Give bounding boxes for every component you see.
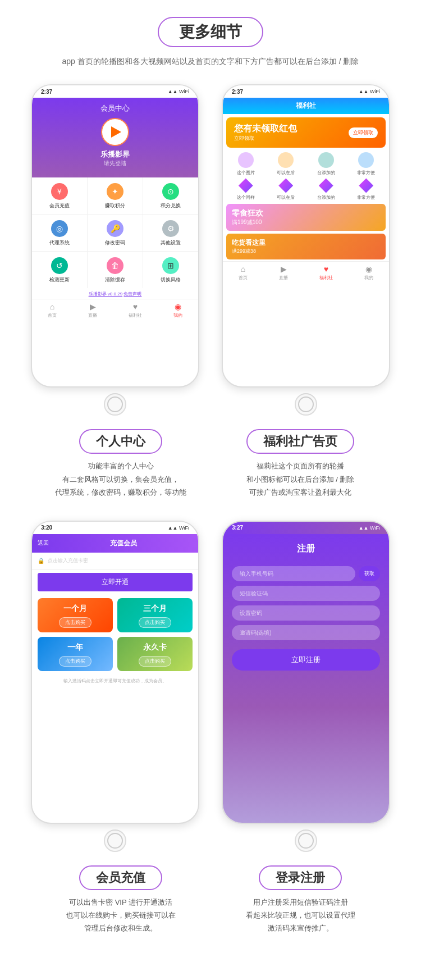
nav-live-right[interactable]: ▶ 直播 — [279, 265, 288, 281]
welfare-banner-sub: 立即领取 — [234, 135, 297, 142]
grid-item-clear[interactable]: 🗑 清除缓存 — [88, 252, 143, 288]
grid-label-password: 修改密码 — [105, 239, 125, 247]
plan-name-permanent: 永久卡 — [143, 642, 167, 653]
phone-member-center: 2:37 ▲▲ WiFi 会员中心 乐播影界 请先登陆 ¥ — [25, 84, 205, 416]
feature-box-login: 登录注册 用户注册采用短信验证码注册 看起来比较正规，也可以设置代理 激活码来宣… — [216, 865, 385, 935]
feature-desc-personal: 功能丰富的个人中心 有二套风格可以切换，集会员充值， 代理系统，修改密码，赚取积… — [36, 459, 205, 499]
register-submit-btn[interactable]: 立即注册 — [232, 649, 380, 671]
member-login-hint: 请先登陆 — [104, 159, 126, 167]
welfare-banner-btn[interactable]: 立即领取 — [349, 127, 378, 138]
welfare-icon-left: ♥ — [133, 302, 138, 311]
plan-btn-one-year[interactable]: 点击购买 — [59, 656, 91, 667]
welfare-diamond-3[interactable]: 台添加的 — [306, 178, 346, 200]
disclaimer-link[interactable]: 免责声明 — [123, 291, 141, 297]
plan-btn-one-month[interactable]: 点击购买 — [59, 617, 91, 628]
home-button-recharge[interactable] — [104, 829, 126, 852]
nav-welfare-label-left: 福利社 — [129, 312, 142, 318]
welfare-ad1[interactable]: 零食狂欢 满199减100 — [226, 204, 386, 231]
welfare-banner[interactable]: 您有未领取红包 立即领取 立即领取 — [226, 117, 386, 148]
screen-member: 会员中心 乐播影界 请先登陆 ¥ 会员充值 ✦ — [32, 98, 198, 386]
invite-code-input[interactable] — [232, 625, 380, 640]
grid-icon-clear: 🗑 — [107, 257, 123, 274]
plan-name-one-month: 一个月 — [63, 604, 87, 614]
grid-item-recharge[interactable]: ¥ 会员充值 — [32, 177, 87, 214]
welfare-icon-right: ♥ — [324, 265, 328, 274]
plan-one-month[interactable]: 一个月 点击购买 — [38, 598, 113, 632]
grid-label-theme: 切换风格 — [161, 276, 181, 284]
home-button-right[interactable] — [295, 393, 317, 416]
phone-frame-right: 2:37 ▲▲ WiFi 福利社 您有未领取红包 立即领取 立即领取 — [222, 84, 390, 388]
signal-register: ▲▲ WiFi — [359, 525, 380, 531]
grid-icon-update: ↺ — [51, 257, 68, 274]
welfare-icon-circle-4 — [358, 152, 374, 168]
home-icon-right: ⌂ — [241, 265, 245, 274]
grid-item-update[interactable]: ↺ 检测更新 — [32, 252, 87, 288]
grid-item-points[interactable]: ✦ 赚取积分 — [88, 177, 143, 214]
plan-name-one-year: 一年 — [67, 642, 83, 653]
feature-box-welfare: 福利社广告页 福莉社这个页面所有的轮播 和小图标都可以在后台添加 / 删除 可接… — [216, 429, 385, 499]
plan-btn-permanent[interactable]: 点击购买 — [139, 656, 171, 667]
nav-my-right[interactable]: ◉ 我的 — [364, 265, 373, 281]
signal-left: ▲▲ WiFi — [168, 89, 189, 94]
recharge-input-hint[interactable]: 点击输入充值卡密 — [48, 557, 88, 564]
sms-code-input[interactable] — [232, 586, 380, 601]
plan-btn-three-month[interactable]: 点击购买 — [139, 617, 171, 628]
phone-frame-register: 3:27 ▲▲ WiFi 注册 获取 立即注册 — [222, 521, 390, 824]
welfare-diamond-2[interactable]: 可以在后 — [267, 178, 306, 200]
recharge-input-row: 🔒 点击输入充值卡密 — [32, 553, 198, 569]
nav-welfare-left[interactable]: ♥ 福利社 — [129, 302, 142, 318]
diamond-4 — [359, 178, 373, 193]
main-subtitle: app 首页的轮播图和各大视频网站以及首页的文字和下方广告都可以在后台添加 / … — [0, 55, 421, 67]
nav-home-right[interactable]: ⌂ 首页 — [239, 265, 248, 281]
grid-item-settings[interactable]: ⚙ 其他设置 — [143, 215, 198, 251]
plan-one-year[interactable]: 一年 点击购买 — [38, 637, 113, 671]
feature-badge-personal: 个人中心 — [79, 429, 162, 454]
nav-welfare-right[interactable]: ♥ 福利社 — [319, 265, 333, 281]
welfare-icon-3[interactable]: 台添加的 — [306, 152, 346, 176]
nav-my-label-left: 我的 — [173, 312, 182, 318]
welfare-icon-2[interactable]: 可以在后 — [267, 152, 306, 176]
recharge-back-btn[interactable]: 返回 — [38, 539, 49, 547]
feature-desc-welfare: 福莉社这个页面所有的轮播 和小图标都可以在后台添加 / 删除 可接广告或淘宝客让… — [216, 459, 385, 499]
plan-permanent[interactable]: 永久卡 点击购买 — [117, 637, 193, 671]
password-input[interactable] — [232, 605, 380, 621]
welfare-icon-1[interactable]: 这个图片 — [226, 152, 266, 176]
phone-top-bar-right: 2:37 ▲▲ WiFi — [223, 85, 389, 98]
welfare-icon-4[interactable]: 非常方便 — [347, 152, 386, 176]
feature-box-recharge: 会员充值 可以出售卡密 VIP 进行开通激活 也可以在线购卡，购买链接可以在 管… — [36, 865, 205, 935]
grid-icon-theme: ⊞ — [162, 257, 179, 274]
nav-live-left[interactable]: ▶ 直播 — [88, 302, 97, 318]
member-avatar — [101, 118, 129, 146]
plan-three-month[interactable]: 三个月 点击购买 — [117, 598, 193, 632]
screen-recharge: 返回 充值会员 🔒 点击输入充值卡密 立即开通 一个月 点击购买 — [32, 534, 198, 823]
member-app-name: 乐播影界 — [100, 149, 130, 159]
nav-my-left[interactable]: ◉ 我的 — [173, 302, 182, 318]
recharge-header: 返回 充值会员 — [32, 534, 198, 553]
grid-item-theme[interactable]: ⊞ 切换风格 — [143, 252, 198, 288]
grid-icon-recharge: ¥ — [51, 183, 68, 200]
recharge-header-title: 充值会员 — [54, 539, 193, 548]
welfare-diamond-4[interactable]: 非常方便 — [347, 178, 386, 200]
welfare-ad2[interactable]: 吃货看这里 满299减38 — [226, 234, 386, 259]
grid-item-agent[interactable]: ◎ 代理系统 — [32, 215, 87, 251]
grid-icon-points: ✦ — [107, 183, 123, 200]
nav-home-left[interactable]: ⌂ 首页 — [48, 302, 57, 318]
bottom-phones-row: 3:20 ▲▲ WiFi 返回 充值会员 🔒 点击输入充值卡密 立即开通 — [0, 521, 421, 852]
grid-label-settings: 其他设置 — [161, 239, 181, 247]
welfare-banner-text: 您有未领取红包 立即领取 — [234, 123, 297, 142]
welfare-diamond-row: 这个同样 可以在后 台添加的 非常方便 — [223, 178, 389, 203]
phone-top-bar-recharge: 3:20 ▲▲ WiFi — [32, 522, 198, 534]
get-code-btn[interactable]: 获取 — [359, 566, 380, 581]
recharge-activate-btn[interactable]: 立即开通 — [38, 573, 193, 591]
welfare-icons-row1: 这个图片 可以在后 台添加的 非常方便 — [223, 150, 389, 178]
grid-item-exchange[interactable]: ⊙ 积分兑换 — [143, 177, 198, 214]
my-icon-right: ◉ — [365, 265, 372, 274]
home-button-left[interactable] — [104, 393, 126, 416]
page-container: 更多细节 app 首页的轮播图和各大视频网站以及首页的文字和下方广告都可以在后台… — [0, 0, 421, 962]
phone-number-input[interactable] — [232, 566, 355, 581]
bottom-nav-right: ⌂ 首页 ▶ 直播 ♥ 福利社 ◉ 我的 — [223, 261, 389, 282]
grid-item-password[interactable]: 🔑 修改密码 — [88, 215, 143, 251]
member-grid: ¥ 会员充值 ✦ 赚取积分 ⊙ 积分兑换 ◎ 代 — [32, 177, 198, 288]
home-button-register[interactable] — [295, 829, 317, 852]
welfare-diamond-1[interactable]: 这个同样 — [226, 178, 266, 200]
